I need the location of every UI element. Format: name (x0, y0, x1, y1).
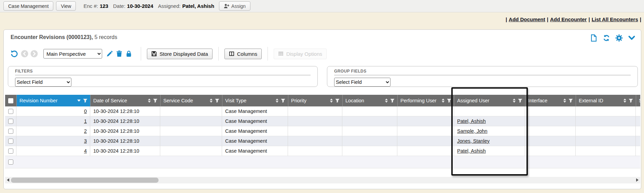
panel-records-count: 5 records (94, 34, 117, 40)
assigned_user-link[interactable]: Jones, Stanley (457, 138, 490, 144)
row-select-cell[interactable] (5, 116, 16, 126)
sort-icon[interactable] (330, 99, 333, 103)
filter-funnel-icon[interactable] (390, 99, 395, 103)
column-header-assigned_user[interactable]: Assigned User (454, 95, 525, 106)
sort-icon[interactable] (442, 99, 444, 103)
scrollbar-thumb[interactable] (11, 178, 159, 183)
cell-revision: 2 (16, 126, 90, 136)
link-list-all-encounters[interactable]: List All Encounters (592, 16, 638, 22)
cell-revision: 4 (16, 146, 90, 156)
row-select-cell[interactable] (5, 106, 16, 116)
lock-icon[interactable] (125, 50, 132, 57)
sort-icon[interactable] (385, 99, 388, 103)
cell-date_of_service: 10-30-2024 12:28:10 (90, 106, 160, 116)
row-checkbox[interactable] (8, 119, 13, 124)
column-header-priority[interactable]: Priority (288, 95, 342, 106)
column-header-service_code[interactable]: Service Code (160, 95, 222, 106)
filter-funnel-icon[interactable] (518, 99, 522, 103)
select-all-checkbox[interactable] (8, 98, 13, 103)
perspective-select[interactable]: Main Perspective (43, 49, 102, 59)
sort-down-arrow (563, 101, 566, 103)
revision-link[interactable]: 3 (84, 138, 87, 144)
column-header-visit_type[interactable]: Visit Type (222, 95, 288, 106)
view-button[interactable]: View (56, 1, 76, 11)
sort-down-arrow (513, 101, 516, 103)
sort-icon[interactable] (624, 99, 626, 103)
edit-pencil-icon[interactable] (106, 50, 113, 57)
quick-links: |Add Document|Add Encounter|List All Enc… (506, 16, 641, 22)
horizontal-scrollbar[interactable] (5, 177, 640, 183)
column-header-date_of_service[interactable]: Date of Service (90, 95, 160, 106)
filters-field-select[interactable]: Select Field (15, 78, 71, 87)
column-header-location[interactable]: Location (342, 95, 397, 106)
undo-icon[interactable] (11, 50, 18, 57)
filter-funnel-icon[interactable] (153, 99, 157, 103)
previous-perspective-icon (21, 50, 28, 57)
cell-s (636, 136, 640, 146)
cell-assigned_user: Patel, Ashish (454, 116, 525, 126)
filters-divider (15, 75, 311, 75)
row-select-cell[interactable] (5, 146, 16, 156)
sort-icon[interactable] (210, 99, 213, 103)
sort-icon[interactable] (563, 99, 566, 103)
column-header-s[interactable]: S (636, 95, 640, 106)
filter-funnel-icon[interactable] (215, 99, 219, 103)
scroll-right-arrow-icon[interactable] (636, 178, 639, 182)
filter-funnel-icon[interactable] (335, 99, 340, 103)
refresh-icon[interactable] (603, 34, 610, 42)
group-fields-select[interactable]: Select Field (334, 78, 390, 87)
delete-trash-icon[interactable] (116, 50, 123, 57)
cell-assigned_user: Patel, Ashish (454, 146, 525, 156)
column-label: Location (345, 98, 364, 103)
filter-funnel-icon[interactable] (281, 99, 285, 103)
assign-button[interactable]: Assign (219, 1, 250, 11)
assigned_user-link[interactable]: Patel, Ashish (457, 118, 486, 124)
filter-funnel-icon[interactable] (568, 99, 573, 103)
revision-link[interactable]: 2 (84, 128, 87, 134)
sort-icon[interactable] (513, 99, 516, 103)
enc-label: Enc #: (83, 3, 98, 9)
column-label: Performing User (400, 98, 437, 103)
revision-link[interactable]: 0 (84, 108, 87, 114)
footer-checkbox[interactable] (8, 159, 13, 165)
sort-down-arrow (210, 101, 213, 103)
cell-visit_type: Case Management (222, 146, 288, 156)
case-management-button[interactable]: Case Management (3, 1, 53, 11)
cell-performing_user (397, 136, 454, 146)
row-select-cell[interactable] (5, 136, 16, 146)
columns-button[interactable]: Columns (224, 49, 262, 59)
column-header-performing_user[interactable]: Performing User (397, 95, 454, 106)
sort-icon[interactable] (276, 99, 278, 103)
toolbar-divider (141, 47, 141, 61)
assigned_user-link[interactable]: Sample, John (457, 128, 488, 134)
select-all-header-cell[interactable] (5, 95, 16, 106)
row-checkbox[interactable] (8, 109, 13, 114)
row-checkbox[interactable] (8, 149, 13, 154)
column-header-interface[interactable]: Interface (525, 95, 576, 106)
filter-funnel-icon[interactable] (629, 99, 633, 103)
column-header-revision[interactable]: Revision Number (16, 95, 90, 106)
cell-external_id (576, 146, 636, 156)
panel-header-icons (590, 34, 635, 42)
row-select-cell[interactable] (5, 126, 16, 136)
settings-gear-icon[interactable] (615, 34, 623, 42)
revision-link[interactable]: 1 (84, 118, 87, 124)
row-checkbox[interactable] (8, 129, 13, 134)
revision-link[interactable]: 4 (84, 148, 87, 154)
filter-funnel-icon[interactable] (83, 99, 87, 103)
column-header-external_id[interactable]: External ID (576, 95, 636, 106)
link-add-document[interactable]: Add Document (509, 16, 545, 22)
collapse-chevron-icon[interactable] (628, 34, 635, 42)
scroll-left-arrow-icon[interactable] (7, 178, 9, 182)
sort-down-arrow (276, 101, 278, 103)
filter-funnel-icon[interactable] (447, 99, 451, 103)
assigned_user-link[interactable]: Patel, Ashish (457, 148, 486, 154)
row-checkbox[interactable] (8, 139, 13, 144)
store-displayed-data-button[interactable]: Store Displayed Data (147, 49, 213, 59)
toolbar-divider (218, 47, 219, 61)
sort-desc-icon[interactable] (77, 100, 81, 102)
new-document-icon[interactable] (590, 34, 598, 42)
sort-icon[interactable] (148, 99, 151, 103)
sort-filter-group (383, 99, 395, 103)
link-add-encounter[interactable]: Add Encounter (550, 16, 587, 22)
